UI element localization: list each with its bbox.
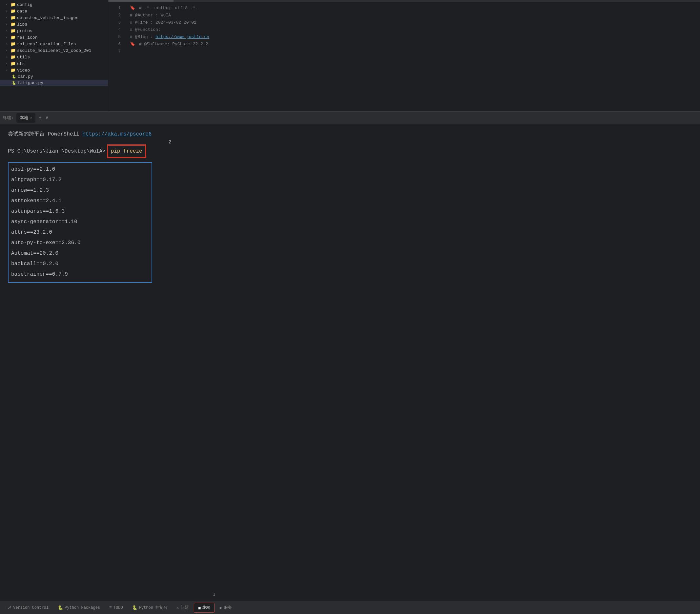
- package-attrs: attrs==23.2.0: [11, 227, 146, 237]
- editor-scrollbar[interactable]: [108, 0, 700, 2]
- services-icon: ▶: [220, 605, 222, 610]
- code-line-7: [130, 48, 695, 55]
- tree-item-protos[interactable]: › 📁 protos: [0, 27, 108, 34]
- python-packages-icon: 🐍: [58, 605, 63, 610]
- toolbar-packages-label: Python Packages: [65, 605, 100, 610]
- package-arrow: arrow==1.2.3: [11, 185, 146, 196]
- tree-item-data[interactable]: › 📁 data: [0, 8, 108, 14]
- tree-label: res_icon: [17, 35, 37, 40]
- package-auto-py: auto-py-to-exe==2.36.0: [11, 237, 146, 248]
- tree-item-ssdlite[interactable]: › 📁 ssdlite_mobilenet_v2_coco_201: [0, 47, 108, 54]
- folder-icon: 📁: [11, 9, 16, 14]
- package-altgraph: altgraph==0.17.2: [11, 175, 146, 185]
- tree-label: libs: [17, 22, 27, 27]
- tree-item-config[interactable]: › 📁 config: [0, 1, 108, 8]
- tree-item-car-py[interactable]: 🐍 car.py: [0, 74, 108, 80]
- tree-arrow: ›: [5, 10, 9, 13]
- bottom-toolbar: ⎇ Version Control 🐍 Python Packages ≡ TO…: [0, 601, 700, 614]
- blog-link[interactable]: https://www.just1n.cn: [155, 35, 209, 39]
- toolbar-services-label: 服务: [224, 605, 232, 610]
- terminal-label: 终端:: [3, 115, 14, 121]
- scrollbar-thumb: [108, 0, 174, 2]
- code-line-3: # @Time : 2024-03-02 20:01: [130, 19, 695, 26]
- tree-arrow: ›: [5, 36, 9, 39]
- tree-arrow: ›: [5, 29, 9, 33]
- tree-arrow: ›: [5, 23, 9, 26]
- tree-label: video: [17, 68, 30, 73]
- package-automat: Automat==20.2.0: [11, 248, 146, 259]
- add-terminal-button[interactable]: +: [37, 114, 43, 121]
- folder-icon: 📁: [11, 28, 16, 34]
- tree-item-video[interactable]: › 📁 video: [0, 67, 108, 74]
- python-console-icon: 🐍: [132, 605, 137, 610]
- code-line-4: # @Function:: [130, 26, 695, 34]
- bookmark-icon-2: 🔖: [130, 42, 135, 47]
- toolbar-python-packages[interactable]: 🐍 Python Packages: [54, 603, 104, 613]
- python-file-icon: 🐍: [12, 81, 16, 85]
- editor-content: 1 2 3 4 5 6 7 🔖 # -*- coding: utf-8 -*- …: [108, 2, 700, 111]
- package-async: async-generator==1.10: [11, 217, 146, 227]
- terminal-intro-text: 尝试新的跨平台 PowerShell: [8, 131, 82, 137]
- tree-item-res-icon[interactable]: › 📁 res_icon: [0, 34, 108, 41]
- prompt-path: PS C:\Users\Jian_\Desktop\WuIA>: [8, 146, 105, 156]
- tree-item-utils[interactable]: › 📁 utils: [0, 54, 108, 60]
- code-line-2: # @Author : WuIA: [130, 12, 695, 19]
- tree-item-libs[interactable]: › 📁 libs: [0, 21, 108, 27]
- tree-item-fatigue-py[interactable]: 🐍 fatigue.py: [0, 80, 108, 86]
- terminal-tab-local[interactable]: 本地 ✕: [16, 113, 36, 123]
- tree-arrow: ›: [5, 16, 9, 20]
- code-line-5: # @Blog : https://www.just1n.cn: [130, 34, 695, 41]
- todo-icon: ≡: [109, 605, 112, 610]
- tree-label: fatigue.py: [18, 81, 43, 85]
- tree-arrow: ›: [5, 3, 9, 7]
- tree-arrow: ›: [5, 56, 9, 59]
- code-lines[interactable]: 🔖 # -*- coding: utf-8 -*- # @Author : Wu…: [125, 2, 700, 111]
- toolbar-version-control[interactable]: ⎇ Version Control: [3, 603, 52, 613]
- close-tab-icon[interactable]: ✕: [30, 115, 33, 120]
- folder-icon: 📁: [11, 48, 16, 53]
- problems-icon: ⚠: [176, 605, 179, 610]
- tree-label: car.py: [18, 74, 33, 79]
- terminal-prompt-area: 2 PS C:\Users\Jian_\Desktop\WuIA> pip fr…: [8, 144, 692, 158]
- package-asttokens: asttokens==2.4.1: [11, 196, 146, 206]
- tree-item-roi[interactable]: › 📁 roi_configuration_files: [0, 41, 108, 47]
- terminal-body[interactable]: 尝试新的跨平台 PowerShell https://aka.ms/pscore…: [0, 124, 700, 288]
- tree-label: protos: [17, 28, 33, 34]
- badge-2: 2: [168, 137, 171, 147]
- code-line-6: 🔖 # @Software: PyCharm 22.2.2: [130, 41, 695, 48]
- expand-terminal-button[interactable]: ∨: [44, 114, 50, 121]
- toolbar-problems[interactable]: ⚠ 问题: [173, 603, 192, 613]
- toolbar-console-label: Python 控制台: [139, 605, 167, 610]
- folder-icon: 📁: [11, 15, 16, 20]
- terminal-intro-link[interactable]: https://aka.ms/pscore6: [82, 131, 152, 137]
- tree-arrow: ›: [5, 42, 9, 46]
- folder-icon: 📁: [11, 54, 16, 60]
- terminal-icon: ▣: [198, 605, 201, 610]
- toolbar-services[interactable]: ▶ 服务: [216, 603, 236, 613]
- editor-area: 1 2 3 4 5 6 7 🔖 # -*- coding: utf-8 -*- …: [108, 0, 700, 111]
- terminal-tab-label: 本地: [20, 115, 28, 121]
- tree-label: uts: [17, 61, 25, 66]
- toolbar-python-console[interactable]: 🐍 Python 控制台: [128, 603, 171, 613]
- pip-command-box: pip freeze: [107, 144, 146, 158]
- tree-label: data: [17, 9, 27, 14]
- tree-label: utils: [17, 55, 30, 60]
- folder-icon: 📁: [11, 22, 16, 27]
- tree-item-uts[interactable]: › 📁 uts: [0, 60, 108, 67]
- code-line-1: 🔖 # -*- coding: utf-8 -*-: [130, 4, 695, 12]
- tree-item-detected[interactable]: › 📁 detected_vehicles_images: [0, 14, 108, 21]
- toolbar-terminal[interactable]: ▣ 终端: [194, 603, 214, 613]
- terminal-intro: 尝试新的跨平台 PowerShell https://aka.ms/pscore…: [8, 129, 692, 139]
- terminal-tabs-actions: + ∨: [37, 114, 50, 121]
- tree-arrow: ›: [5, 69, 9, 72]
- file-tree: › 📁 config › 📁 data › 📁 detected_vehicle…: [0, 0, 108, 111]
- tree-label: ssdlite_mobilenet_v2_coco_201: [17, 48, 91, 53]
- toolbar-todo[interactable]: ≡ TODO: [105, 603, 127, 613]
- line-numbers: 1 2 3 4 5 6 7: [108, 2, 125, 111]
- package-basetrainer: basetrainer==0.7.9: [11, 269, 146, 280]
- folder-icon: 📁: [11, 2, 16, 7]
- toolbar-problems-label: 问题: [181, 605, 189, 610]
- bookmark-icon: 🔖: [130, 5, 135, 11]
- package-absl: absl-py==2.1.0: [11, 164, 146, 175]
- terminal-tabs: 终端: 本地 ✕ + ∨: [0, 112, 700, 124]
